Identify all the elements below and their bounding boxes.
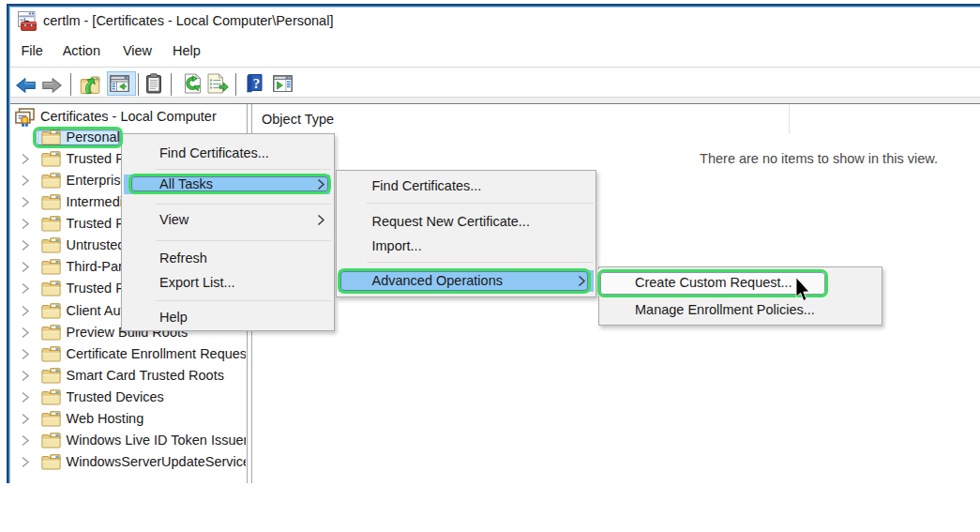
window-title: certlm - [Certificates - Local Computer\… [43,8,333,37]
tree-item-certificate-enrollment-requests[interactable]: Certificate Enrollment Requests [10,343,246,365]
folder-icon [41,433,61,448]
menu-item-export-list[interactable]: Export List... [122,269,334,296]
expand-chevron-icon[interactable] [21,305,30,317]
expand-chevron-icon[interactable] [21,153,30,165]
tree-root-certificates-local-computer[interactable]: Certificates - Local Computer [10,106,246,128]
back-button[interactable] [16,78,36,96]
window-border-layer [9,7,10,483]
menu-separator [156,240,331,241]
show-console-tree-button[interactable] [110,75,129,95]
tree-item-windowsserverupdateservices[interactable]: WindowsServerUpdateServices [10,451,246,473]
expand-chevron-icon [21,218,30,230]
forward-button[interactable] [42,78,62,96]
tree-item-windows-live-id-token-issuer[interactable]: Windows Live ID Token Issuer [10,430,246,451]
toolbar-separator-line [70,73,71,96]
menu-item-help[interactable]: Help [122,304,334,330]
up-one-level-button[interactable] [80,75,100,98]
menubar-item-action[interactable]: Action [63,37,100,67]
help-button[interactable]: ? [247,74,263,96]
tree-item-smart-card-trusted-roots[interactable]: Smart Card Trusted Roots [10,365,246,387]
expand-chevron-icon [21,239,30,251]
folder-icon [41,173,61,189]
menu-item-label: Find Certificates... [159,140,269,166]
column-divider[interactable] [789,105,790,134]
expand-chevron-icon[interactable] [21,218,30,230]
column-header-object-type[interactable]: Object Type [262,109,334,129]
menu-item-label: Find Certificates... [372,173,482,199]
expand-chevron-icon[interactable] [21,327,30,339]
properties-button[interactable] [145,73,162,97]
expand-chevron-icon [21,348,30,360]
expand-chevron-icon[interactable] [21,434,30,447]
folder-icon [41,368,61,384]
menu-separator [367,203,595,204]
folder-icon [41,454,61,470]
expand-chevron-icon [21,261,30,273]
folder-icon [41,194,61,210]
folder-icon [41,281,61,296]
menu-item-label: Import... [372,233,422,259]
show-console-tree-icon [110,75,129,92]
expand-chevron-icon [21,391,30,403]
folder-icon [41,237,61,253]
folder-icon [41,151,61,167]
tree-item-label: Smart Card Trusted Roots [67,365,224,387]
menu-item-find-certificates-2[interactable]: Find Certificates... [337,173,596,199]
folder-icon [41,454,61,470]
menu-item-label: Export List... [159,269,235,296]
export-list-button[interactable] [207,73,229,97]
menu-item-refresh[interactable]: Refresh [122,245,334,271]
expand-chevron-icon [21,370,30,382]
expand-chevron-icon [21,413,30,425]
tree-item-label: WindowsServerUpdateServices [67,451,247,473]
expand-chevron-icon[interactable] [21,282,30,295]
svg-text:?: ? [252,76,260,91]
folder-icon [41,303,61,319]
tree-item-web-hosting[interactable]: Web Hosting [10,408,246,430]
forward-icon [42,78,62,93]
menubar-item-file[interactable]: File [21,37,42,67]
help-icon: ? [247,74,263,93]
expand-chevron-icon[interactable] [21,239,30,251]
annotation-box-all-tasks [128,174,331,194]
refresh-button[interactable] [184,73,202,97]
expand-chevron-icon [21,153,30,165]
tree-item-label: Trusted Devices [67,387,164,408]
expand-chevron-icon [21,327,30,339]
expand-chevron-icon [21,196,30,208]
tree-item-trusted-devices[interactable]: Trusted Devices [10,387,246,408]
tree-item-label: Web Hosting [67,408,144,430]
menu-item-label: View [159,206,188,233]
folder-icon [41,346,61,362]
menubar-item-help[interactable]: Help [173,37,201,67]
expand-chevron-icon[interactable] [21,370,30,382]
menu-bar: FileActionViewHelp [10,37,980,67]
certificates-root-icon [15,108,35,128]
expand-chevron-icon [21,456,30,468]
expand-chevron-icon [21,305,30,317]
folder-icon [41,173,61,189]
expand-chevron-icon[interactable] [21,261,30,273]
expand-chevron-icon[interactable] [21,456,30,468]
menubar-item-view[interactable]: View [123,37,152,67]
menu-item-find-certificates[interactable]: Find Certificates... [122,140,334,166]
expand-chevron-icon[interactable] [21,196,30,208]
expand-chevron-icon[interactable] [21,175,30,187]
menu-item-request-new-certificate[interactable]: Request New Certificate... [337,208,596,235]
submenu-arrow-icon [317,214,325,226]
title-bar: certlm - [Certificates - Local Computer\… [10,8,980,37]
menu-item-view[interactable]: View [122,206,334,233]
expand-chevron-icon[interactable] [21,413,30,425]
menu-item-manage-enrollment-policies[interactable]: Manage Enrollment Policies... [599,296,882,323]
certificates-root-icon [15,108,35,128]
folder-icon [41,216,61,232]
menu-item-import[interactable]: Import... [337,233,596,259]
expand-chevron-icon[interactable] [21,348,30,360]
folder-icon [41,216,61,232]
expand-chevron-icon[interactable] [21,391,30,403]
folder-icon [41,151,61,167]
folder-icon [41,368,61,384]
expand-chevron-icon [21,434,30,447]
show-action-pane-button[interactable] [273,75,293,95]
menu-separator [156,169,331,170]
